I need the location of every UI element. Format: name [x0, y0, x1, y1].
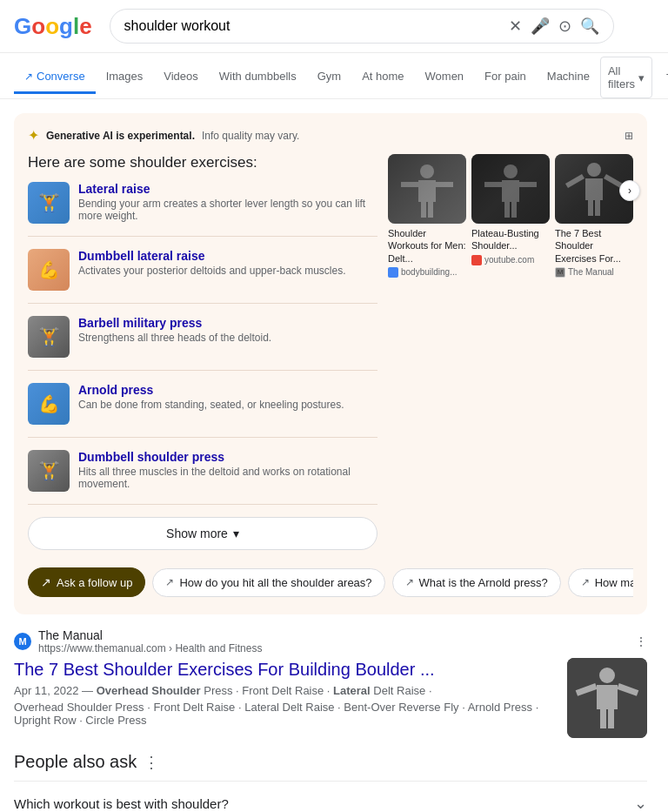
search-bar[interactable]: ✕ 🎤 ⊙ 🔍 [110, 9, 614, 44]
show-more-button[interactable]: Show more ▾ [28, 517, 377, 550]
ai-image-youtube [471, 154, 550, 224]
all-filters-button[interactable]: All filters ▾ [600, 57, 652, 98]
ai-image-source-2: M The Manual [555, 267, 633, 278]
svg-rect-11 [519, 182, 537, 187]
ai-image-label-0: Shoulder Workouts for Men: Delt... [388, 227, 466, 265]
nav-right: All filters ▾ Tools [600, 57, 668, 98]
result-url-the-manual: https://www.themanual.com › Health and F… [38, 642, 262, 654]
exercise-thumb-dumbbell-lateral: 💪 [28, 249, 70, 291]
nav-tabs: ↗ Converse Images Videos With dumbbells … [0, 53, 668, 99]
exercise-desc-dumbbell-shoulder: Hits all three muscles in the deltoid an… [78, 466, 377, 490]
exercise-info-arnold-press: Arnold press Can be done from standing, … [78, 383, 344, 411]
chat-icon-4: ↗ [581, 576, 590, 588]
chat-icon-2: ↗ [165, 576, 174, 588]
tab-videos[interactable]: Videos [153, 61, 209, 94]
tab-gym[interactable]: Gym [307, 61, 351, 94]
exercise-item-dumbbell-lateral[interactable]: 💪 Dumbbell lateral raise Activates your … [28, 249, 377, 304]
svg-rect-16 [585, 178, 603, 200]
search-icons: ✕ 🎤 ⊙ 🔍 [509, 17, 599, 36]
exercise-name-dumbbell-shoulder[interactable]: Dumbbell shoulder press [78, 450, 377, 464]
main-content: ✦ Generative AI is experimental. Info qu… [0, 113, 661, 812]
carousel-next-button[interactable]: › [619, 180, 640, 201]
paa-question-1[interactable]: Which workout is best with shoulder? ⌄ [14, 781, 647, 812]
svg-rect-26 [600, 709, 606, 728]
exercise-info-barbell-military: Barbell military press Strengthens all t… [78, 316, 271, 344]
exercise-name-arnold-press[interactable]: Arnold press [78, 383, 344, 397]
exercise-item-arnold-press[interactable]: 💪 Arnold press Can be done from standing… [28, 383, 377, 438]
chevron-down-icon: ⌄ [634, 794, 647, 812]
result-image-the-manual [567, 658, 647, 738]
result-title-the-manual[interactable]: The 7 Best Shoulder Exercises For Buildi… [14, 658, 557, 681]
tools-button[interactable]: Tools [659, 64, 668, 91]
exercise-item-barbell-military[interactable]: 🏋️ Barbell military press Strengthens al… [28, 316, 377, 371]
svg-rect-3 [401, 182, 418, 187]
svg-rect-13 [511, 202, 517, 218]
lens-search-button[interactable]: ⊙ [558, 17, 571, 36]
chip-how-many-exercises[interactable]: ↗ How many shoulder exercises should I d… [568, 568, 633, 597]
ai-grid-icon[interactable]: ⊞ [625, 130, 633, 142]
chip-hit-shoulder-areas[interactable]: ↗ How do you hit all the shoulder areas? [152, 568, 384, 597]
exercise-item-lateral-raise[interactable]: 🏋️ Lateral raise Bending your arm create… [28, 182, 377, 237]
exercise-name-barbell-military[interactable]: Barbell military press [78, 316, 271, 330]
tab-at-home[interactable]: At home [351, 61, 414, 94]
svg-rect-4 [436, 182, 453, 187]
tab-women[interactable]: Women [415, 61, 475, 94]
ai-main: Here are some shoulder exercises: 🏋️ Lat… [28, 154, 633, 560]
tab-converse[interactable]: ↗ Converse [14, 61, 96, 94]
exercise-thumb-dumbbell-shoulder: 🏋️ [28, 450, 70, 492]
ai-image-card-1[interactable]: Plateau-Busting Shoulder... youtube.com [471, 154, 550, 265]
ai-image-card-0[interactable]: Shoulder Workouts for Men: Delt... bodyb… [388, 154, 466, 278]
tab-images[interactable]: Images [96, 61, 154, 94]
voice-search-button[interactable]: 🎤 [531, 17, 550, 36]
exercise-desc-lateral-raise: Bending your arm creates a shorter lever… [78, 198, 377, 222]
result-domain-the-manual: The Manual [38, 628, 262, 642]
exercise-thumb-lateral-raise: 🏋️ [28, 182, 70, 224]
chip-arnold-press[interactable]: ↗ What is the Arnold press? [392, 568, 561, 597]
ai-generative-box: ✦ Generative AI is experimental. Info qu… [14, 113, 647, 614]
source-favicon-0 [388, 267, 398, 278]
google-logo: Google [14, 13, 92, 40]
favicon-the-manual: M [14, 633, 31, 650]
search-input[interactable] [124, 18, 502, 34]
exercise-desc-arnold-press: Can be done from standing, seated, or kn… [78, 399, 344, 411]
search-result-the-manual: M The Manual https://www.themanual.com ›… [14, 628, 647, 738]
clear-search-button[interactable]: ✕ [509, 17, 522, 36]
tab-for-pain[interactable]: For pain [474, 61, 537, 94]
svg-rect-27 [608, 709, 614, 728]
exercise-name-lateral-raise[interactable]: Lateral raise [78, 182, 377, 196]
ai-image-cards: Shoulder Workouts for Men: Delt... bodyb… [388, 154, 633, 560]
svg-point-15 [587, 163, 601, 177]
svg-rect-23 [597, 685, 618, 709]
ai-image-source-0: bodybuilding... [388, 267, 466, 278]
star-icon: ✦ [28, 127, 39, 144]
paa-menu-button[interactable]: ⋮ [144, 753, 159, 772]
tab-with-dumbbells[interactable]: With dumbbells [209, 61, 307, 94]
ai-header: ✦ Generative AI is experimental. Info qu… [28, 127, 633, 144]
exercise-thumb-barbell-military: 🏋️ [28, 316, 70, 358]
exercise-item-dumbbell-shoulder[interactable]: 🏋️ Dumbbell shoulder press Hits all thre… [28, 450, 377, 505]
ai-image-label-2: The 7 Best Shoulder Exercises For... [555, 227, 633, 265]
svg-point-8 [504, 164, 518, 178]
exercise-thumb-arnold-press: 💪 [28, 383, 70, 425]
chat-icon: ↗ [41, 575, 51, 589]
ask-followup-chip[interactable]: ↗ Ask a follow up [28, 567, 145, 597]
people-also-ask-section: People also ask ⋮ Which workout is best … [14, 752, 647, 812]
exercise-name-dumbbell-lateral[interactable]: Dumbbell lateral raise [78, 249, 345, 263]
follow-up-chips: ↗ Ask a follow up ↗ How do you hit all t… [28, 560, 633, 601]
svg-rect-20 [595, 200, 600, 216]
tab-machine[interactable]: Machine [537, 61, 600, 94]
search-submit-button[interactable]: 🔍 [580, 17, 599, 36]
svg-point-1 [420, 164, 434, 178]
chat-icon-3: ↗ [405, 576, 414, 588]
result-date-the-manual: Apr 11, 2022 — Overhead Shoulder Press ·… [14, 684, 557, 697]
ai-image-source-1: youtube.com [471, 255, 550, 265]
exercise-info-dumbbell-lateral: Dumbbell lateral raise Activates your po… [78, 249, 345, 277]
exercise-info-lateral-raise: Lateral raise Bending your arm creates a… [78, 182, 377, 222]
exercise-desc-barbell-military: Strengthens all three heads of the delto… [78, 332, 271, 344]
svg-rect-9 [502, 180, 519, 202]
result-source-the-manual: M The Manual https://www.themanual.com ›… [14, 628, 647, 654]
ai-image-card-2[interactable]: The 7 Best Shoulder Exercises For... M T… [555, 154, 633, 278]
result-menu-button[interactable]: ⋮ [635, 634, 647, 648]
converse-icon: ↗ [24, 70, 33, 83]
svg-rect-6 [428, 202, 433, 218]
